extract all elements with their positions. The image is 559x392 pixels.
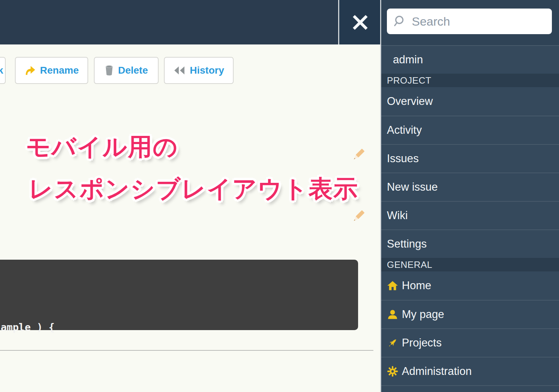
sidebar-item-label: Home	[402, 279, 431, 292]
sidebar-item-new-issue[interactable]: New issue	[381, 173, 559, 201]
administration-gear-icon	[387, 366, 398, 377]
top-header-bar	[0, 0, 339, 44]
lock-button-label: Lock	[0, 65, 3, 76]
history-icon	[174, 66, 186, 75]
close-menu-button[interactable]	[339, 0, 381, 44]
sidebar-item-label: Wiki	[387, 209, 408, 222]
history-button-label: History	[190, 65, 224, 76]
code-line-2: mple' );	[1, 385, 358, 392]
delete-button[interactable]: Delete	[94, 57, 159, 84]
page-heading-line1: モバイル用の	[26, 131, 178, 163]
rename-icon	[25, 65, 36, 76]
sidebar-item-label: New issue	[387, 181, 438, 194]
rename-button[interactable]: Rename	[15, 57, 88, 84]
sidebar-item-issues[interactable]: Issues	[381, 144, 559, 173]
content-divider	[0, 350, 373, 351]
mobile-menu-sidebar: admin PROJECT Overview Activity Issues N…	[380, 0, 559, 392]
home-icon	[387, 280, 398, 291]
section-title: PROJECT	[387, 75, 431, 86]
sidebar-item-projects[interactable]: Projects	[381, 328, 559, 357]
delete-icon	[105, 65, 114, 76]
sidebar-item-label: Overview	[387, 95, 433, 108]
sidebar-item-label: My page	[402, 308, 444, 321]
history-button[interactable]: History	[164, 57, 234, 84]
code-block: ample ) { mple' );	[0, 260, 358, 330]
sidebar-item-admin[interactable]: admin	[381, 45, 559, 74]
delete-button-label: Delete	[118, 65, 148, 76]
sidebar-item-administration[interactable]: Administration	[381, 357, 559, 385]
sidebar-item-settings[interactable]: Settings	[381, 229, 559, 258]
page-heading-line2: レスポンシブレイアウト表示	[28, 173, 358, 205]
rename-button-label: Rename	[40, 65, 79, 76]
sidebar-item-label: Issues	[387, 152, 419, 165]
sidebar-item-my-page[interactable]: My page	[381, 300, 559, 328]
sidebar-search-band	[381, 0, 559, 45]
close-icon	[351, 13, 369, 32]
sidebar-item-home[interactable]: Home	[381, 271, 559, 300]
sidebar-item-activity[interactable]: Activity	[381, 116, 559, 144]
sidebar-item-label: Settings	[387, 238, 427, 250]
sidebar-item-overview[interactable]: Overview	[381, 87, 559, 116]
sidebar-section-project: PROJECT	[381, 74, 559, 87]
sidebar-next-row-fragment	[381, 385, 559, 392]
my-page-person-icon	[387, 309, 398, 320]
search-icon	[393, 15, 406, 28]
sidebar-item-label: Administration	[402, 365, 472, 378]
search-input[interactable]	[411, 10, 559, 32]
sidebar-section-general: GENERAL	[381, 258, 559, 271]
sidebar-item-wiki[interactable]: Wiki	[381, 201, 559, 229]
edit-pencil-icon[interactable]	[350, 147, 367, 163]
code-line-1: ample ) {	[1, 316, 358, 339]
lock-button[interactable]: Lock	[0, 57, 6, 84]
admin-user-label: admin	[393, 53, 423, 66]
sidebar-item-label: Activity	[387, 124, 422, 137]
section-title: GENERAL	[387, 259, 432, 270]
projects-rocket-icon	[387, 337, 398, 349]
search-box[interactable]	[387, 9, 552, 34]
sidebar-item-label: Projects	[402, 337, 442, 349]
edit-pencil-icon[interactable]	[350, 208, 367, 224]
